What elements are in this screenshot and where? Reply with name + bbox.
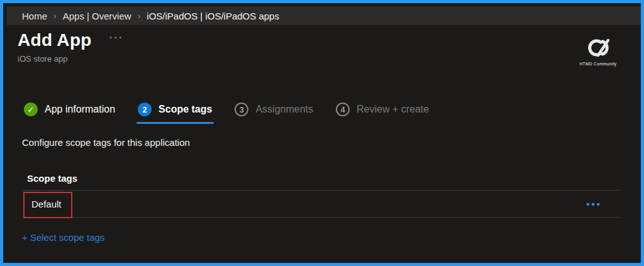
breadcrumb-item-apps-overview[interactable]: Apps | Overview — [63, 11, 131, 21]
htmd-community-logo: HTMD Community — [574, 38, 622, 66]
chevron-right-icon: › — [53, 11, 57, 21]
scope-tags-description: Configure scope tags for this applicatio… — [22, 137, 190, 148]
tab-label: App information — [45, 104, 115, 115]
page-header: Add App ··· iOS store app — [18, 30, 124, 64]
more-options-icon[interactable]: ··· — [109, 31, 124, 44]
wizard-steps: ✓ App information 2 Scope tags 3 Assignm… — [24, 103, 429, 124]
select-scope-tags-link[interactable]: + Select scope tags — [22, 232, 104, 243]
scope-tag-row: Default ••• — [22, 190, 621, 218]
tab-label: Assignments — [255, 104, 313, 115]
tab-label: Scope tags — [158, 104, 212, 115]
step-number-badge: 3 — [235, 103, 248, 116]
tab-assignments[interactable]: 3 Assignments — [235, 103, 313, 124]
step-number-badge: 4 — [336, 103, 350, 116]
tab-app-information[interactable]: ✓ App information — [24, 103, 115, 124]
page-title: Add App — [18, 30, 92, 50]
active-tab-underline — [136, 122, 214, 124]
step-number-badge: 2 — [138, 103, 152, 116]
scope-tag-value: Default — [31, 199, 62, 209]
breadcrumb: Home › Apps | Overview › iOS/iPadOS | iO… — [7, 6, 641, 25]
breadcrumb-item-home[interactable]: Home — [22, 11, 47, 21]
check-icon: ✓ — [24, 103, 38, 116]
page-subtitle: iOS store app — [18, 54, 124, 64]
chevron-right-icon: › — [138, 11, 141, 21]
htmd-logo-icon — [582, 38, 614, 58]
breadcrumb-item-ios-apps[interactable]: iOS/iPadOS | iOS/iPadOS apps — [147, 11, 279, 21]
intune-add-app-window: Home › Apps | Overview › iOS/iPadOS | iO… — [0, 0, 644, 266]
tab-scope-tags[interactable]: 2 Scope tags — [138, 103, 212, 124]
htmd-logo-label: HTMD Community — [574, 62, 622, 66]
tab-review-create[interactable]: 4 Review + create — [336, 103, 429, 124]
row-context-menu-icon[interactable]: ••• — [586, 199, 621, 209]
tab-label: Review + create — [357, 104, 429, 115]
scope-tags-column-header: Scope tags — [27, 173, 77, 184]
